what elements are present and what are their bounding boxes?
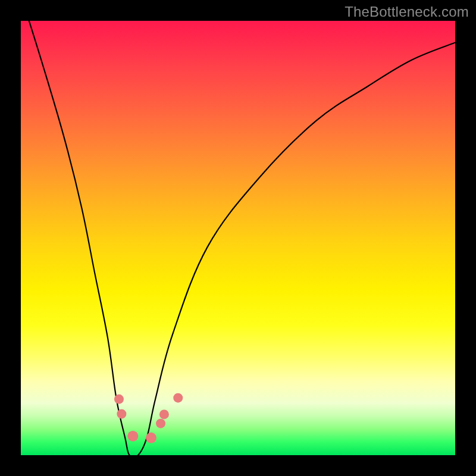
curve-marker [114,394,124,404]
curve-marker [159,409,169,419]
curve-marker [156,419,165,428]
chart-frame: TheBottleneck.com [0,0,476,476]
curve-layer [21,21,455,455]
curve-marker [117,409,126,419]
bottleneck-curve [21,0,455,458]
watermark-text: TheBottleneck.com [345,4,469,20]
curve-marker [173,393,183,403]
curve-marker [127,431,138,441]
curve-marker [146,433,156,443]
